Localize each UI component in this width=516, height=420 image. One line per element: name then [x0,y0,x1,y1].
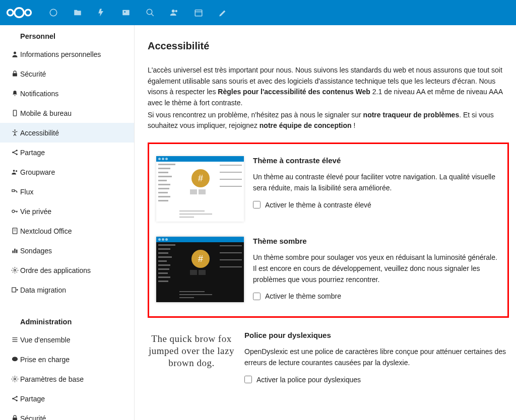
svg-point-1 [15,8,24,17]
list-icon [9,336,20,343]
theme-desc: OpenDyslexic est une police de caractère… [244,346,509,368]
sidebar-item-label: Accessibilité [20,129,59,137]
sidebar-item-office[interactable]: Nextcloud Office [0,221,134,241]
svg-point-33 [14,269,16,271]
sidebar-item-apporder[interactable]: Ordre des applications [0,260,134,280]
theme-title: Thème à contraste élevé [253,156,497,165]
sidebar-item-mobile[interactable]: Mobile & bureau [0,103,134,123]
lock-icon [9,70,20,78]
svg-line-7 [151,14,154,16]
accessibility-icon [9,129,20,136]
sidebar-item-flow[interactable]: Flux [0,182,134,201]
svg-line-43 [14,397,16,398]
sidebar-item-label: Flux [20,188,33,196]
page-title: Accessibilité [148,40,509,52]
svg-line-20 [14,153,16,154]
theme-row-dyslexia: The quick brow fox jumped over the lazy … [148,331,509,386]
sidebar-section-personal: Personnel [0,29,134,44]
sidebar-item-groupware[interactable]: Groupware [0,162,134,182]
sidebar-item-notifications[interactable]: Notifications [0,84,134,103]
migrate-icon [9,286,20,294]
svg-line-44 [14,399,16,400]
chart-icon [9,247,20,254]
content-area: Accessibilité L'accès universel est très… [135,25,516,420]
photos-icon[interactable] [114,1,138,25]
sidebar-item-overview[interactable]: Vue d'ensemble [0,330,134,349]
sidebar-item-label: Prise en charge [20,356,70,364]
checkbox-dark[interactable]: Activer le thème sombre [253,292,497,300]
sidebar-item-label: Mobile & bureau [20,109,72,117]
svg-point-39 [14,378,16,380]
gear-icon [9,375,20,383]
sidebar-item-privacy[interactable]: Vie privée [0,201,134,221]
theme-desc: Un thème sombre pour soulager vos yeux e… [253,252,497,285]
app-logo[interactable] [6,7,32,19]
highlight-box: # Thème à contraste élevé Un thème au co… [148,143,509,318]
svg-rect-34 [12,288,16,292]
svg-point-38 [12,357,17,362]
activity-icon[interactable] [90,1,114,25]
sidebar-item-label: Vue d'ensemble [20,336,70,344]
sidebar-item-label: Sécurité [20,414,46,421]
checkbox-label: Activer le thème à contraste élevé [265,201,371,209]
checkbox-input-dyslexia[interactable] [244,376,252,383]
files-icon[interactable] [66,1,90,25]
share-icon [9,395,20,402]
sidebar-item-label: Groupware [20,168,55,176]
checkbox-high-contrast[interactable]: Activer le thème à contraste élevé [253,201,497,209]
sidebar-item-sharing[interactable]: Partage [0,143,134,162]
checkbox-dyslexia[interactable]: Activer la police pour dyslexiques [244,376,509,384]
dashboard-icon[interactable] [41,1,66,25]
sidebar-item-security[interactable]: Sécurité [0,64,134,84]
theme-title: Police pour dyslexiques [244,331,509,339]
svg-point-8 [172,10,175,13]
sidebar-item-basic[interactable]: Paramètres de base [0,369,134,389]
sidebar-item-info[interactable]: Informations personnelles [0,44,134,64]
theme-preview-light: # [156,156,244,222]
user-icon [9,50,20,58]
header-nav [41,1,235,25]
contacts-icon[interactable] [162,1,186,25]
svg-rect-4 [122,10,130,16]
svg-point-9 [175,10,178,13]
checkbox-input-dark[interactable] [253,293,261,300]
checkbox-label: Activer la police pour dyslexiques [256,376,361,384]
sidebar-item-admin-share[interactable]: Partage [0,389,134,408]
checkbox-input-high-contrast[interactable] [253,201,261,208]
svg-point-21 [13,170,15,172]
sidebar-item-support[interactable]: Prise en charge [0,349,134,369]
svg-point-22 [16,170,17,172]
svg-rect-14 [13,110,16,116]
svg-point-5 [124,11,125,13]
svg-point-6 [147,9,152,15]
sidebar-item-accessibility[interactable]: Accessibilité [0,123,134,143]
svg-rect-30 [12,251,14,253]
sidebar-item-label: Informations personnelles [20,50,101,58]
lock-icon [9,414,20,420]
sidebar-item-admin-security[interactable]: Sécurité [0,408,134,420]
header-bar [0,0,516,25]
svg-point-0 [8,10,14,16]
search-icon[interactable] [138,1,162,25]
svg-rect-45 [13,417,17,420]
sidebar-item-label: Vie privée [20,207,51,216]
sidebar-item-label: Sondages [20,247,52,255]
sidebar-item-label: Partage [20,395,45,403]
theme-preview-dark: # [156,237,244,302]
sidebar-item-label: Notifications [20,90,58,98]
sidebar-item-label: Nextcloud Office [20,227,72,235]
theme-title: Thème sombre [253,237,497,245]
calendar-icon[interactable] [186,1,211,25]
sidebar-item-polls[interactable]: Sondages [0,241,134,260]
svg-point-12 [14,52,16,54]
share-icon [9,149,20,156]
notes-icon[interactable] [211,1,235,25]
checkbox-label: Activer le thème sombre [265,292,341,300]
theme-row-high-contrast: # Thème à contraste élevé Un thème au co… [156,156,497,222]
svg-point-3 [50,9,57,16]
bell-icon [9,90,20,97]
svg-rect-31 [14,249,16,253]
svg-rect-10 [195,10,202,16]
svg-rect-23 [12,190,14,192]
sidebar-item-migration[interactable]: Data migration [0,280,134,300]
